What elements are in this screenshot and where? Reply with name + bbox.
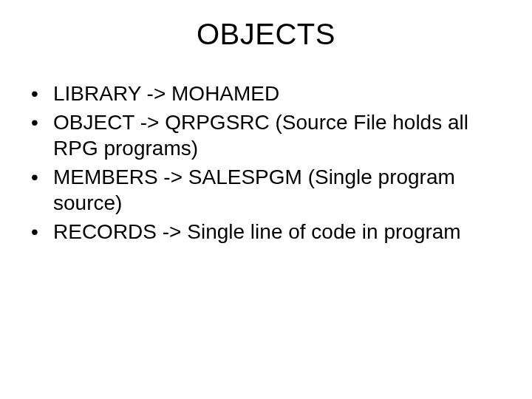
list-item: LIBRARY -> MOHAMED <box>31 81 505 106</box>
list-item: RECORDS -> Single line of code in progra… <box>31 219 505 245</box>
list-item: OBJECT -> QRPGSRC (Source File holds all… <box>31 109 505 161</box>
slide-title: OBJECTS <box>27 18 505 51</box>
bullet-list: LIBRARY -> MOHAMED OBJECT -> QRPGSRC (So… <box>27 81 505 245</box>
list-item: MEMBERS -> SALESPGM (Single program sour… <box>31 164 505 216</box>
slide: OBJECTS LIBRARY -> MOHAMED OBJECT -> QRP… <box>0 0 532 399</box>
